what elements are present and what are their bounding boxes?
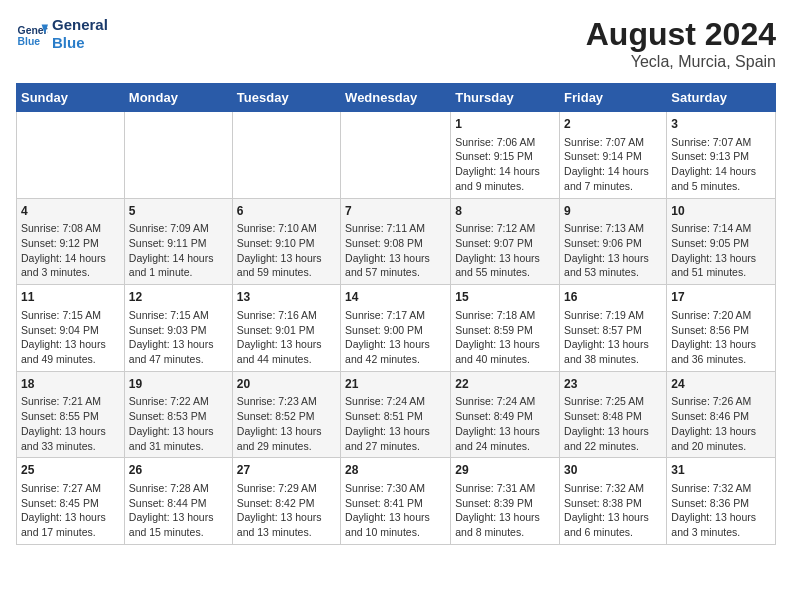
day-number: 2 xyxy=(564,116,662,133)
weekday-header-tuesday: Tuesday xyxy=(232,84,340,112)
calendar-cell xyxy=(232,112,340,199)
day-info: Sunrise: 7:06 AMSunset: 9:15 PMDaylight:… xyxy=(455,135,555,194)
day-info: Sunrise: 7:27 AMSunset: 8:45 PMDaylight:… xyxy=(21,481,120,540)
page-title: August 2024 xyxy=(586,16,776,53)
day-info: Sunrise: 7:13 AMSunset: 9:06 PMDaylight:… xyxy=(564,221,662,280)
day-info: Sunrise: 7:09 AMSunset: 9:11 PMDaylight:… xyxy=(129,221,228,280)
day-number: 16 xyxy=(564,289,662,306)
day-info: Sunrise: 7:15 AMSunset: 9:04 PMDaylight:… xyxy=(21,308,120,367)
calendar-cell: 9Sunrise: 7:13 AMSunset: 9:06 PMDaylight… xyxy=(560,198,667,285)
day-info: Sunrise: 7:23 AMSunset: 8:52 PMDaylight:… xyxy=(237,394,336,453)
calendar-cell: 3Sunrise: 7:07 AMSunset: 9:13 PMDaylight… xyxy=(667,112,776,199)
calendar-week-5: 25Sunrise: 7:27 AMSunset: 8:45 PMDayligh… xyxy=(17,458,776,545)
calendar-cell: 27Sunrise: 7:29 AMSunset: 8:42 PMDayligh… xyxy=(232,458,340,545)
calendar-cell: 24Sunrise: 7:26 AMSunset: 8:46 PMDayligh… xyxy=(667,371,776,458)
weekday-header-sunday: Sunday xyxy=(17,84,125,112)
calendar-cell: 30Sunrise: 7:32 AMSunset: 8:38 PMDayligh… xyxy=(560,458,667,545)
day-number: 4 xyxy=(21,203,120,220)
weekday-header-wednesday: Wednesday xyxy=(341,84,451,112)
calendar-week-3: 11Sunrise: 7:15 AMSunset: 9:04 PMDayligh… xyxy=(17,285,776,372)
calendar-cell: 26Sunrise: 7:28 AMSunset: 8:44 PMDayligh… xyxy=(124,458,232,545)
calendar-cell: 1Sunrise: 7:06 AMSunset: 9:15 PMDaylight… xyxy=(451,112,560,199)
logo: General Blue General Blue xyxy=(16,16,108,52)
calendar-cell: 13Sunrise: 7:16 AMSunset: 9:01 PMDayligh… xyxy=(232,285,340,372)
calendar-cell: 5Sunrise: 7:09 AMSunset: 9:11 PMDaylight… xyxy=(124,198,232,285)
day-number: 1 xyxy=(455,116,555,133)
day-number: 29 xyxy=(455,462,555,479)
calendar-cell: 7Sunrise: 7:11 AMSunset: 9:08 PMDaylight… xyxy=(341,198,451,285)
day-info: Sunrise: 7:17 AMSunset: 9:00 PMDaylight:… xyxy=(345,308,446,367)
day-number: 30 xyxy=(564,462,662,479)
calendar-week-1: 1Sunrise: 7:06 AMSunset: 9:15 PMDaylight… xyxy=(17,112,776,199)
calendar-cell xyxy=(124,112,232,199)
day-number: 20 xyxy=(237,376,336,393)
calendar-cell: 22Sunrise: 7:24 AMSunset: 8:49 PMDayligh… xyxy=(451,371,560,458)
day-number: 24 xyxy=(671,376,771,393)
logo-text-general: General xyxy=(52,16,108,34)
day-number: 14 xyxy=(345,289,446,306)
day-number: 31 xyxy=(671,462,771,479)
day-info: Sunrise: 7:14 AMSunset: 9:05 PMDaylight:… xyxy=(671,221,771,280)
day-number: 18 xyxy=(21,376,120,393)
logo-text-blue: Blue xyxy=(52,34,108,52)
calendar-cell: 8Sunrise: 7:12 AMSunset: 9:07 PMDaylight… xyxy=(451,198,560,285)
day-number: 15 xyxy=(455,289,555,306)
day-number: 10 xyxy=(671,203,771,220)
day-info: Sunrise: 7:07 AMSunset: 9:13 PMDaylight:… xyxy=(671,135,771,194)
day-info: Sunrise: 7:07 AMSunset: 9:14 PMDaylight:… xyxy=(564,135,662,194)
day-info: Sunrise: 7:15 AMSunset: 9:03 PMDaylight:… xyxy=(129,308,228,367)
day-number: 22 xyxy=(455,376,555,393)
calendar-cell: 12Sunrise: 7:15 AMSunset: 9:03 PMDayligh… xyxy=(124,285,232,372)
day-number: 23 xyxy=(564,376,662,393)
calendar-cell: 14Sunrise: 7:17 AMSunset: 9:00 PMDayligh… xyxy=(341,285,451,372)
day-number: 27 xyxy=(237,462,336,479)
calendar-week-4: 18Sunrise: 7:21 AMSunset: 8:55 PMDayligh… xyxy=(17,371,776,458)
day-info: Sunrise: 7:08 AMSunset: 9:12 PMDaylight:… xyxy=(21,221,120,280)
day-info: Sunrise: 7:30 AMSunset: 8:41 PMDaylight:… xyxy=(345,481,446,540)
weekday-header-friday: Friday xyxy=(560,84,667,112)
calendar-cell xyxy=(17,112,125,199)
day-info: Sunrise: 7:10 AMSunset: 9:10 PMDaylight:… xyxy=(237,221,336,280)
day-info: Sunrise: 7:20 AMSunset: 8:56 PMDaylight:… xyxy=(671,308,771,367)
calendar-table: SundayMondayTuesdayWednesdayThursdayFrid… xyxy=(16,83,776,545)
calendar-cell: 20Sunrise: 7:23 AMSunset: 8:52 PMDayligh… xyxy=(232,371,340,458)
day-info: Sunrise: 7:19 AMSunset: 8:57 PMDaylight:… xyxy=(564,308,662,367)
day-number: 26 xyxy=(129,462,228,479)
day-number: 13 xyxy=(237,289,336,306)
weekday-header-row: SundayMondayTuesdayWednesdayThursdayFrid… xyxy=(17,84,776,112)
title-block: August 2024 Yecla, Murcia, Spain xyxy=(586,16,776,71)
calendar-cell: 6Sunrise: 7:10 AMSunset: 9:10 PMDaylight… xyxy=(232,198,340,285)
day-number: 8 xyxy=(455,203,555,220)
svg-text:Blue: Blue xyxy=(18,36,41,47)
calendar-cell: 25Sunrise: 7:27 AMSunset: 8:45 PMDayligh… xyxy=(17,458,125,545)
day-number: 5 xyxy=(129,203,228,220)
calendar-cell: 2Sunrise: 7:07 AMSunset: 9:14 PMDaylight… xyxy=(560,112,667,199)
calendar-cell: 28Sunrise: 7:30 AMSunset: 8:41 PMDayligh… xyxy=(341,458,451,545)
day-info: Sunrise: 7:32 AMSunset: 8:36 PMDaylight:… xyxy=(671,481,771,540)
day-info: Sunrise: 7:18 AMSunset: 8:59 PMDaylight:… xyxy=(455,308,555,367)
day-info: Sunrise: 7:24 AMSunset: 8:51 PMDaylight:… xyxy=(345,394,446,453)
calendar-cell: 17Sunrise: 7:20 AMSunset: 8:56 PMDayligh… xyxy=(667,285,776,372)
calendar-cell xyxy=(341,112,451,199)
header: General Blue General Blue August 2024 Ye… xyxy=(16,16,776,71)
day-number: 11 xyxy=(21,289,120,306)
calendar-cell: 10Sunrise: 7:14 AMSunset: 9:05 PMDayligh… xyxy=(667,198,776,285)
calendar-cell: 4Sunrise: 7:08 AMSunset: 9:12 PMDaylight… xyxy=(17,198,125,285)
day-number: 21 xyxy=(345,376,446,393)
day-info: Sunrise: 7:28 AMSunset: 8:44 PMDaylight:… xyxy=(129,481,228,540)
day-info: Sunrise: 7:31 AMSunset: 8:39 PMDaylight:… xyxy=(455,481,555,540)
day-number: 19 xyxy=(129,376,228,393)
day-number: 28 xyxy=(345,462,446,479)
page-subtitle: Yecla, Murcia, Spain xyxy=(586,53,776,71)
calendar-cell: 29Sunrise: 7:31 AMSunset: 8:39 PMDayligh… xyxy=(451,458,560,545)
day-number: 25 xyxy=(21,462,120,479)
calendar-cell: 15Sunrise: 7:18 AMSunset: 8:59 PMDayligh… xyxy=(451,285,560,372)
calendar-week-2: 4Sunrise: 7:08 AMSunset: 9:12 PMDaylight… xyxy=(17,198,776,285)
calendar-cell: 11Sunrise: 7:15 AMSunset: 9:04 PMDayligh… xyxy=(17,285,125,372)
logo-icon: General Blue xyxy=(16,18,48,50)
day-number: 3 xyxy=(671,116,771,133)
calendar-cell: 21Sunrise: 7:24 AMSunset: 8:51 PMDayligh… xyxy=(341,371,451,458)
day-info: Sunrise: 7:22 AMSunset: 8:53 PMDaylight:… xyxy=(129,394,228,453)
day-number: 9 xyxy=(564,203,662,220)
calendar-cell: 16Sunrise: 7:19 AMSunset: 8:57 PMDayligh… xyxy=(560,285,667,372)
